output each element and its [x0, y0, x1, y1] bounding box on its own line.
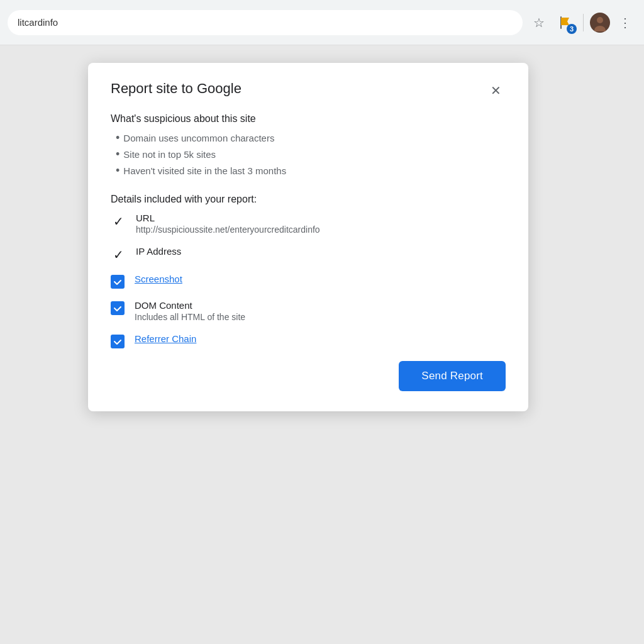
checkbox-check-icon — [113, 277, 122, 286]
more-button[interactable]: ⋮ — [614, 11, 636, 34]
suspicious-heading: What's suspicious about this site — [111, 113, 506, 125]
url-label: URL — [136, 213, 320, 223]
checkbox-check-icon — [113, 337, 122, 346]
bullet-icon: • — [116, 165, 119, 176]
flag-button[interactable]: 3 — [553, 10, 578, 35]
dom-sub: Includes all HTML of the site — [135, 312, 245, 322]
check-icon: ✓ — [111, 214, 126, 229]
report-modal: Report site to Google ✕ What's suspiciou… — [88, 63, 528, 411]
screenshot-row: Screenshot — [111, 274, 506, 289]
avatar-button[interactable] — [589, 11, 611, 34]
referrer-detail: Referrer Chain — [135, 333, 196, 344]
check-icon: ✓ — [111, 247, 126, 262]
browser-bar: litcardinfo ☆ 3 — [0, 0, 644, 45]
url-detail: URL http://suspicioussite.net/enteryourc… — [136, 213, 320, 235]
list-item: • Domain uses uncommon characters — [116, 132, 506, 143]
details-heading: Details included with your report: — [111, 194, 506, 205]
dom-row: DOM Content Includes all HTML of the sit… — [111, 300, 506, 322]
avatar — [590, 13, 610, 33]
svg-point-1 — [597, 17, 603, 23]
referrer-link[interactable]: Referrer Chain — [135, 333, 196, 344]
ip-row: ✓ IP Address — [111, 246, 506, 262]
modal-header: Report site to Google ✕ — [111, 80, 506, 101]
referrer-row: Referrer Chain — [111, 333, 506, 348]
ip-detail: IP Address — [136, 246, 181, 257]
send-report-button[interactable]: Send Report — [399, 361, 506, 391]
suspicious-list: • Domain uses uncommon characters • Site… — [111, 132, 506, 176]
screenshot-detail: Screenshot — [135, 274, 182, 284]
ip-label: IP Address — [136, 246, 181, 257]
details-section: Details included with your report: ✓ URL… — [111, 194, 506, 348]
dom-label: DOM Content — [135, 300, 245, 311]
url-row: ✓ URL http://suspicioussite.net/enteryou… — [111, 213, 506, 235]
modal-title: Report site to Google — [111, 80, 242, 97]
close-icon: ✕ — [491, 83, 501, 98]
list-item: • Site not in top 5k sites — [116, 148, 506, 160]
suspicious-item-1: Domain uses uncommon characters — [123, 133, 274, 143]
dom-detail: DOM Content Includes all HTML of the sit… — [135, 300, 245, 322]
screenshot-link[interactable]: Screenshot — [135, 274, 182, 284]
vertical-divider — [583, 14, 584, 31]
url-value: http://suspicioussite.net/enteryourcredi… — [136, 225, 320, 235]
list-item: • Haven't visited site in the last 3 mon… — [116, 165, 506, 176]
browser-icons: ☆ 3 ⋮ — [528, 10, 636, 35]
bullet-icon: • — [116, 148, 119, 160]
screenshot-checkbox[interactable] — [111, 275, 125, 289]
suspicious-item-3: Haven't visited site in the last 3 month… — [123, 165, 286, 176]
star-button[interactable]: ☆ — [528, 11, 550, 34]
modal-footer: Send Report — [111, 361, 506, 391]
star-icon: ☆ — [533, 15, 545, 30]
close-button[interactable]: ✕ — [486, 80, 506, 101]
url-text: litcardinfo — [18, 17, 58, 28]
suspicious-item-2: Site not in top 5k sites — [123, 149, 216, 160]
checkbox-check-icon — [113, 304, 122, 313]
referrer-checkbox[interactable] — [111, 335, 125, 348]
more-icon: ⋮ — [619, 15, 631, 30]
bullet-icon: • — [116, 132, 119, 143]
flag-badge: 3 — [567, 24, 577, 34]
dom-checkbox[interactable] — [111, 301, 125, 315]
avatar-svg — [591, 14, 609, 31]
url-bar[interactable]: litcardinfo — [8, 10, 523, 35]
